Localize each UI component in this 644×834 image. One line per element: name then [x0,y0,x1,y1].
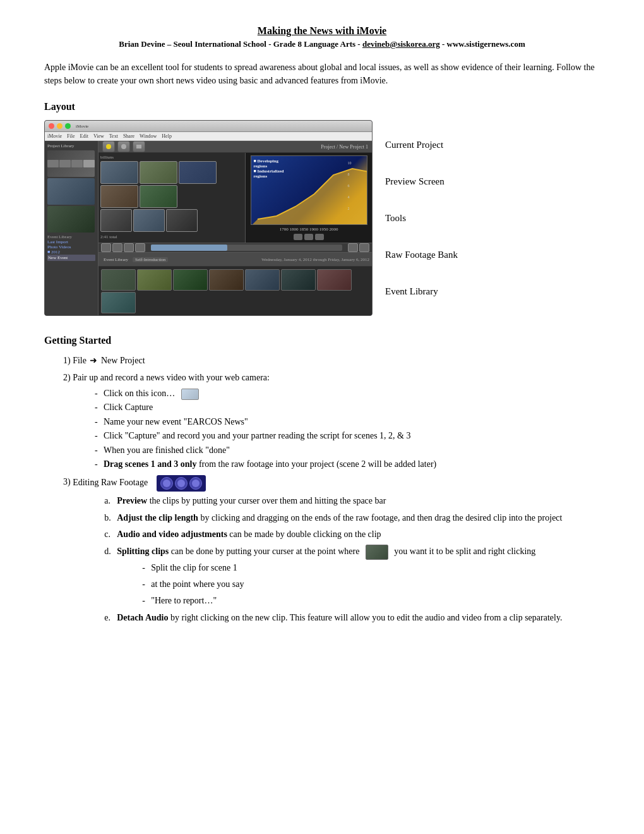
y-axis-labels: 108642 [348,161,352,210]
project-clip-strip-2 [100,209,243,232]
event-library-label2: Event Library [101,257,131,262]
tl-right-btn-1 [348,243,358,252]
preview-screen-display: ■ Developingregions■ Industrializedregio… [251,155,367,225]
content-area: billiuns [98,153,372,243]
titlebar: iMovie [45,121,372,132]
project-clip-3 [179,161,217,184]
project-clip-6 [100,209,132,232]
event-date-label: Wednesday, January 4, 2012 through Frida… [261,257,369,262]
editing-steps-list: a. Preview the clips by putting your cur… [104,494,600,625]
year-label: ■ 2012 [47,250,95,255]
preview-time-label: 1700 1800 1850 1900 1950 2000 [280,227,338,232]
step-2: 2) Pair up and record a news video with … [63,371,600,471]
event-clip-5 [245,269,280,291]
play-btn [294,234,302,240]
event-clip-8 [101,292,136,313]
time-label: 2:41 total [100,234,243,239]
project-clip-4 [100,185,138,208]
step-3-content: Editing Raw Footage a. Preview the clips… [73,475,600,627]
sidebar-project-thumb2 [47,178,95,205]
edit-step-b: b. Adjust the clip length by clicking an… [104,511,600,525]
timeline-progress [151,245,227,251]
menu-view: View [93,133,104,139]
step-3-num: 3) [63,475,73,488]
imovie-main-area: Project / New Project 1 billiuns [98,141,372,315]
event-toolbar: Event Library Self-Introduction Wednesda… [98,253,372,267]
preview-bold: Preview [117,496,147,505]
subtitle: Brian Devine – Seoul International Schoo… [44,39,600,49]
alpha-c: c. [104,528,110,541]
un-icon-1 [160,477,173,490]
camera-icon [181,389,199,400]
self-intro-label: Self-Introduction [133,257,168,262]
audio-video-bold: Audio and video adjustments [117,529,227,539]
edit-step-a: a. Preview the clips by putting your cur… [104,494,600,508]
event-clip-3 [173,269,208,291]
alpha-e: e. [104,611,110,625]
un-icons-inline [157,475,206,492]
menu-file: File [67,133,75,139]
app-name-label: iMovie [76,124,88,129]
splitting-bold: Splitting clips [117,547,169,556]
new-event-label: New Event [47,255,95,261]
tl-right-btn-2 [359,243,369,252]
tl-btn-3 [124,243,134,252]
menu-help: Help [162,133,172,139]
sidebar-project-thumb3 [47,206,95,233]
step-1-num: 1) [63,356,71,365]
split-sub-2: at the point where you say [142,577,600,591]
email-link[interactable]: devineb@siskorea.org [362,39,440,49]
timeline-right-controls [348,243,369,252]
minimize-dot [57,123,63,129]
pause-btn [304,234,313,240]
menu-imovie: iMovie [47,133,62,139]
thumb-strip [47,160,95,167]
tl-btn-1 [101,243,111,252]
substep-click-icon: Click on this icon… [95,387,600,401]
sidebar-project-thumb [47,150,95,177]
imovie-body: Project Library [45,141,372,315]
un-icon-2 [175,477,188,490]
map-title: ■ Developingregions■ Industrializedregio… [254,159,284,179]
top-toolbar: Project / New Project 1 [98,141,372,153]
project-clip-8 [166,209,198,232]
label-event-library: Event Library [385,282,511,301]
event-clip-7 [317,269,352,291]
event-library-label: Event Library [47,234,95,239]
toolbar-project-name: Project / New Project 1 [321,144,368,150]
arrow-icon: ➜ [90,354,97,367]
split-sub-1: Split the clip for scene 1 [142,561,600,575]
project-clip-7 [133,209,165,232]
step-2-num: 2) [63,373,71,382]
adjust-bold: Adjust the clip length [117,513,198,523]
event-clip-6 [281,269,316,291]
event-browser: Event Library Self-Introduction Wednesda… [98,252,372,316]
event-clip-4 [209,269,244,291]
toolbar-btn-3 [133,141,145,152]
project-clip-1 [100,161,138,184]
label-tools: Tools [385,209,511,227]
tl-btn-2 [112,243,122,252]
alpha-d: d. [104,545,111,559]
timeline-controls [101,243,145,252]
menu-text: Text [109,133,118,139]
step-2-substeps: Click on this icon… Click Capture Name y… [95,387,600,471]
preview-map: ■ Developingregions■ Industrializedregio… [251,156,367,224]
label-raw-footage-bank: Raw Footage Bank [385,246,511,264]
last-import-label: Last Import [47,239,95,245]
alpha-a: a. [104,494,110,508]
event-clip-strip [98,267,372,316]
alpha-b: b. [104,511,111,525]
page-title: Making the News with iMovie [44,25,600,37]
substep-click-capture: Click Capture [95,401,600,414]
menubar: iMovie File Edit View Text Share Window … [45,132,372,141]
layout-section: iMovie iMovie File Edit View Text Share … [44,120,600,316]
split-substeps: Split the clip for scene 1 at the point … [142,561,600,608]
substep-drag: Drag scenes 1 and 3 only from the raw fo… [95,457,600,471]
layout-section-title: Layout [44,101,600,112]
menu-share: Share [123,133,134,139]
getting-started-section: Getting Started 1) File ➜ New Project 2)… [44,335,600,627]
un-icon-3 [189,477,202,490]
substep-name-event: Name your new event "EARCOS News" [95,415,600,429]
menu-window: Window [140,133,157,139]
